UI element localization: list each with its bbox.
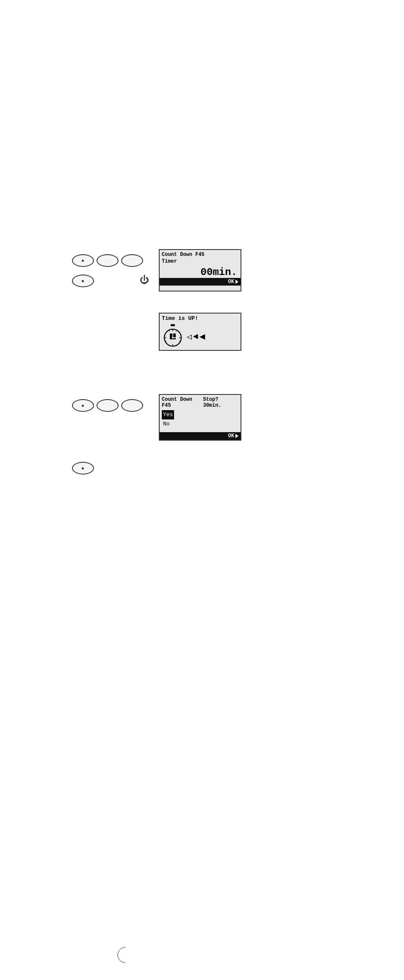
screen1-title-line1: Count Down F45 — [162, 252, 238, 258]
button-3[interactable] — [121, 254, 143, 267]
button-group-1 — [72, 254, 143, 267]
button-group-2 — [72, 275, 94, 287]
screen3-no-option[interactable]: No — [162, 419, 238, 429]
screen3-options: Yes No — [160, 409, 241, 429]
screen1-title-line2: Timer — [162, 258, 238, 265]
screen3-header: Count Down F45 Stop? 30min. — [160, 395, 241, 409]
screen1-header: Count Down F45 Timer — [160, 250, 241, 266]
button-group-4 — [72, 462, 94, 475]
playback-controls: ◁ ◄ ◀ — [187, 331, 205, 342]
screen3-ok-arrow — [235, 434, 238, 438]
rewind-icon: ◄ — [193, 332, 198, 341]
svg-point-9 — [172, 337, 174, 339]
screen1-ok-label: OK — [228, 279, 234, 285]
screen1-ok-arrow — [235, 280, 238, 284]
screen1-ok-bar: OK — [160, 278, 241, 286]
reload-icon: ⏻ — [140, 275, 149, 286]
button-group-3 — [72, 399, 143, 412]
button-7[interactable] — [121, 399, 143, 412]
button-8[interactable] — [72, 462, 94, 475]
screen2-content: ◁ ◄ ◀ — [160, 322, 241, 350]
button-6[interactable] — [97, 399, 119, 412]
screen3-yes-option[interactable]: Yes — [162, 410, 238, 419]
stopwatch-icon — [162, 324, 183, 349]
countdown-screen: Count Down F45 Timer 00min. OK — [159, 249, 241, 292]
button-4[interactable] — [72, 275, 94, 287]
button-8-dot — [82, 467, 84, 469]
screen3-title-line1: Count Down F45 — [162, 397, 203, 408]
screen3-ok-bar: OK — [160, 432, 241, 440]
svg-rect-0 — [171, 324, 175, 326]
button-5-dot — [82, 405, 84, 407]
crescent-moon-icon — [113, 946, 132, 966]
button-1[interactable] — [72, 254, 94, 267]
play-triangle-icon: ◁ — [187, 331, 192, 342]
button-5[interactable] — [72, 399, 94, 412]
button-2[interactable] — [97, 254, 119, 267]
stop-screen: Count Down F45 Stop? 30min. Yes No OK — [159, 394, 241, 441]
screen3-ok-label: OK — [228, 433, 234, 439]
fast-rewind-icon: ◀ — [199, 331, 205, 342]
button-4-dot — [82, 280, 84, 282]
button-1-dot — [82, 260, 84, 262]
time-up-screen: Time is UP! — [159, 313, 241, 351]
screen3-title-line2: Stop? 30min. — [203, 397, 238, 408]
screen1-time: 00min. — [160, 266, 241, 278]
screen2-header: Time is UP! — [160, 314, 241, 322]
